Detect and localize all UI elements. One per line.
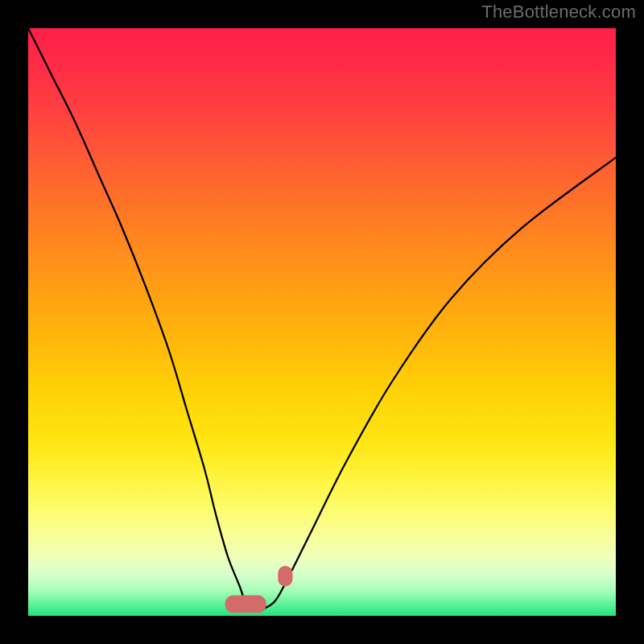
- curve-path: [28, 28, 616, 610]
- outer-frame: TheBottleneck.com: [0, 0, 644, 644]
- trough-marker: [225, 595, 266, 613]
- bottleneck-curve: [28, 28, 616, 616]
- overshoot-marker: [278, 566, 292, 587]
- plot-area: [28, 28, 616, 616]
- watermark-text: TheBottleneck.com: [481, 2, 636, 23]
